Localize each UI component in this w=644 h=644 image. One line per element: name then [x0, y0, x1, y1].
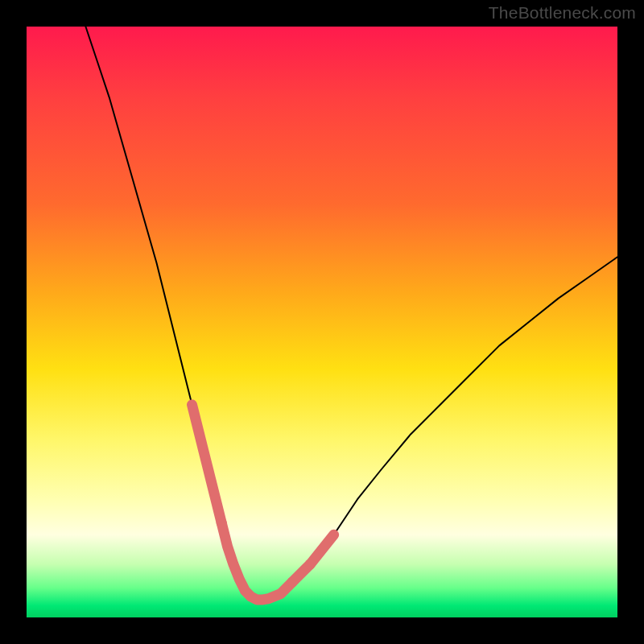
curve-svg	[27, 27, 617, 617]
highlight-segment-1	[221, 523, 292, 600]
chart-root: TheBottleneck.com	[0, 0, 644, 644]
plot-area	[27, 27, 617, 617]
highlight-segment-0	[192, 405, 222, 523]
watermark-text: TheBottleneck.com	[489, 3, 636, 23]
highlight-segments	[192, 405, 334, 600]
highlight-segment-3	[310, 535, 333, 564]
bottleneck-curve	[85, 27, 617, 600]
